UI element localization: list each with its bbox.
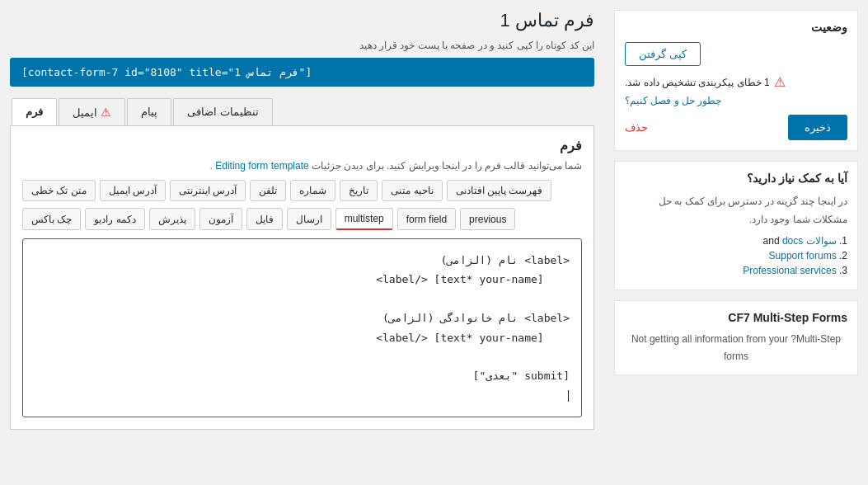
tag-btn-url[interactable]: آدرس اینترنتی xyxy=(170,180,246,201)
form-editor: فرم شما می‌توانید قالب فرم را در اینجا و… xyxy=(10,126,594,430)
list-item: 2. Support forums xyxy=(625,250,847,261)
sidebar: وضعیت کپی گرفتن ⚠ 1 خطای پیکربندی تشخیص … xyxy=(604,0,868,485)
list-item: 1. سوالات and docs xyxy=(625,235,847,247)
plugin-title: CF7 Multi-Step Forms xyxy=(625,311,847,324)
tag-btn-multistep[interactable]: multistep xyxy=(335,208,393,230)
status-section: وضعیت کپی گرفتن ⚠ 1 خطای پیکربندی تشخیص … xyxy=(614,10,858,151)
shortcode-description: این کد کوتاه را کپی کنید و در صفحه یا پس… xyxy=(10,40,594,51)
status-title: وضعیت xyxy=(625,21,847,34)
error-fix-link[interactable]: چطور حل و فصل کنیم؟ xyxy=(625,95,721,106)
tag-btn-text[interactable]: متن تک خطی xyxy=(22,180,96,201)
tag-btn-acceptance[interactable]: پذیرش xyxy=(149,208,195,230)
form-description: شما می‌توانید قالب فرم را در اینجا ویرای… xyxy=(22,160,582,172)
tag-btn-dropdown[interactable]: فهرست پایین افتادنی xyxy=(447,180,552,201)
tag-btn-quiz[interactable]: آزمون xyxy=(199,208,242,230)
tag-buttons-row1: متن تک خطی آدرس ایمیل آدرس اینترنتی تلفن… xyxy=(22,180,582,201)
action-bar: ذخیره حذف xyxy=(625,115,847,140)
plugin-section: CF7 Multi-Step Forms Not getting all inf… xyxy=(614,300,858,375)
tag-btn-textarea[interactable]: ناحیه متنی xyxy=(382,180,442,201)
text-cursor xyxy=(568,390,569,402)
save-button[interactable]: ذخیره xyxy=(788,115,847,140)
link-number: 1. xyxy=(837,235,847,247)
main-content: فرم تماس 1 این کد کوتاه را کپی کنید و در… xyxy=(0,0,604,485)
tag-btn-phone[interactable]: تلفن xyxy=(250,180,286,201)
help-body-text: در اینجا چند گزینه در دسترس برای کمک به … xyxy=(625,193,847,228)
tag-btn-form-field[interactable]: form field xyxy=(397,208,456,230)
help-title: آیا به کمک نیاز دارید؟ xyxy=(625,172,847,185)
tabs-bar: فرم ⚠ ایمیل پیام تنظیمات اضافی xyxy=(10,98,594,126)
tab-email[interactable]: ⚠ ایمیل xyxy=(59,98,125,125)
tag-buttons-row2: چک باکس دکمه رادیو پذیرش آزمون فایل ارسا… xyxy=(22,208,582,230)
tab-form[interactable]: فرم xyxy=(12,98,57,125)
tab-message[interactable]: پیام xyxy=(127,98,171,125)
delete-button[interactable]: حذف xyxy=(625,121,648,134)
error-message: ⚠ 1 خطای پیکربندی تشخیص داده شد. xyxy=(625,74,786,90)
help-links-list: 1. سوالات and docs 2. Support forums 3. … xyxy=(625,235,847,276)
form-editor-title: فرم xyxy=(22,138,582,153)
help-section: آیا به کمک نیاز دارید؟ در اینجا چند گزین… xyxy=(614,161,858,290)
tag-btn-email-addr[interactable]: آدرس ایمیل xyxy=(100,180,166,201)
tag-btn-number[interactable]: شماره xyxy=(290,180,335,201)
error-icon: ⚠ xyxy=(774,74,786,90)
tag-btn-radio[interactable]: دکمه رادیو xyxy=(85,208,144,230)
list-item: 3. Professional services xyxy=(625,265,847,276)
code-editor[interactable]: <label> نام (الزامی) [text* your-name] <… xyxy=(22,238,582,417)
tag-btn-date[interactable]: تاریخ xyxy=(340,180,378,201)
link-number: 3. xyxy=(837,265,847,276)
tab-error-icon: ⚠ xyxy=(101,106,111,119)
tag-btn-submit[interactable]: ارسال xyxy=(287,208,331,230)
page-title: فرم تماس 1 xyxy=(10,10,594,31)
editing-template-link[interactable]: Editing form template xyxy=(215,160,308,172)
support-forums-link[interactable]: Support forums xyxy=(769,250,837,261)
tag-btn-checkbox[interactable]: چک باکس xyxy=(22,208,81,230)
plugin-text: Not getting all information from your ?M… xyxy=(625,331,847,365)
tag-btn-previous[interactable]: previous xyxy=(460,208,515,230)
professional-services-link[interactable]: Professional services xyxy=(743,265,836,276)
tab-settings[interactable]: تنظیمات اضافی xyxy=(173,98,273,125)
shortcode-box[interactable]: [contact-form-7 id="8108" title="فرم تما… xyxy=(10,58,594,87)
status-box: کپی گرفتن ⚠ 1 خطای پیکربندی تشخیص داده ش… xyxy=(625,42,847,106)
copy-button[interactable]: کپی گرفتن xyxy=(625,42,701,66)
tag-btn-file[interactable]: فایل xyxy=(246,208,283,230)
link-number: 2. xyxy=(837,250,847,261)
docs-link[interactable]: سوالات xyxy=(806,235,837,247)
docs-link-2[interactable]: docs xyxy=(782,235,803,247)
